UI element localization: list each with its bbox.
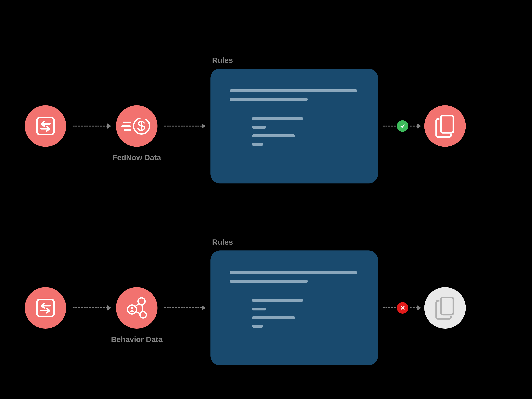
rule-line [230, 271, 357, 274]
rule-line [230, 98, 308, 101]
data-node-2: Behavior Data [116, 287, 158, 329]
rule-line [252, 308, 266, 310]
fast-dollar-icon [116, 105, 158, 147]
data-node-1: FedNow Data [116, 105, 158, 147]
arrow-1b [164, 123, 206, 129]
documents-stack-icon [424, 105, 466, 147]
x-icon [397, 302, 408, 314]
rules-box-2: Rules [210, 250, 378, 365]
arrow-1a [73, 123, 111, 129]
check-icon [397, 120, 408, 132]
svg-point-8 [127, 305, 136, 314]
svg-rect-15 [441, 298, 454, 315]
outcome-arrow-1 [383, 120, 421, 132]
data-label-1: FedNow Data [113, 153, 161, 162]
svg-rect-7 [37, 299, 54, 316]
svg-point-11 [140, 311, 146, 318]
documents-stack-icon [424, 287, 466, 329]
svg-line-14 [142, 305, 143, 311]
rule-line [252, 134, 295, 137]
data-label-2: Behavior Data [111, 335, 163, 344]
svg-point-2 [148, 122, 150, 123]
rule-line [230, 280, 308, 283]
output-node-1 [424, 105, 466, 147]
svg-point-9 [131, 307, 133, 309]
rule-line [252, 325, 263, 328]
start-node [25, 287, 66, 329]
rules-title-1: Rules [212, 56, 233, 65]
rule-line [252, 126, 266, 129]
rule-line [252, 316, 295, 319]
flow-row-1: FedNow Data Rules [25, 69, 466, 184]
rules-title-2: Rules [212, 238, 233, 247]
arrow-2a [73, 305, 111, 310]
arrow-2b [164, 305, 206, 310]
rule-line [252, 299, 303, 302]
rule-line [230, 89, 357, 92]
rule-line [252, 117, 303, 120]
flow-row-2: Behavior Data Rules [25, 250, 466, 365]
transfer-arrows-icon [25, 287, 66, 329]
svg-line-13 [136, 311, 140, 314]
svg-rect-0 [37, 118, 54, 134]
start-node [25, 105, 66, 147]
rule-line [252, 143, 263, 146]
output-node-2 [424, 287, 466, 329]
svg-rect-6 [441, 116, 454, 133]
outcome-arrow-2 [383, 302, 421, 314]
rules-box-1: Rules [210, 69, 378, 184]
network-user-icon [116, 287, 158, 329]
svg-line-12 [135, 303, 139, 306]
transfer-arrows-icon [25, 105, 66, 147]
